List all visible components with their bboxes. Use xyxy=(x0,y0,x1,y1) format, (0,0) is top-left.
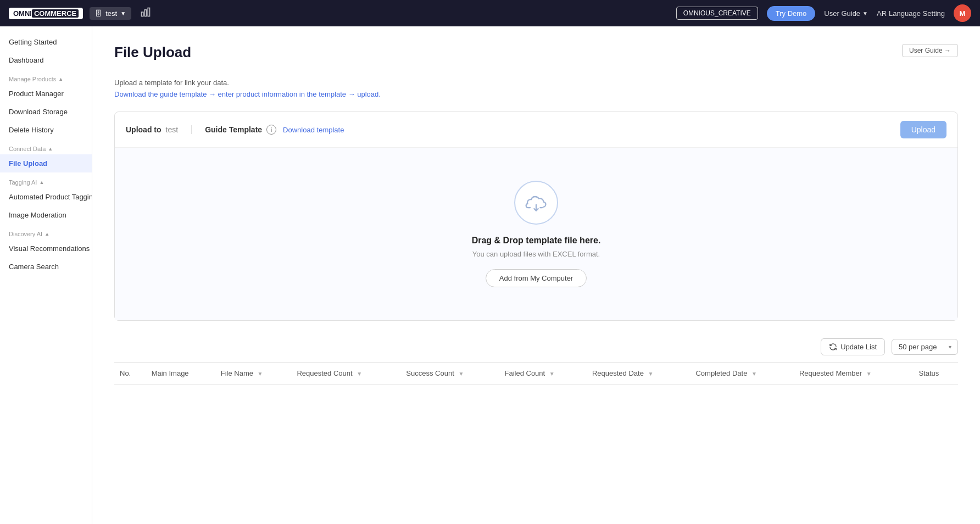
sidebar-label-automated-tagging: Automated Product Tagging xyxy=(9,193,92,201)
col-requested-date-label: Requested Date xyxy=(592,369,644,377)
upload-card: Upload to test Guide Template i Download… xyxy=(114,112,958,321)
language-icon: AR xyxy=(877,9,887,18)
sidebar-category-label-discovery-ai: Discovery AI xyxy=(9,231,42,237)
upload-to-value: test xyxy=(166,125,179,134)
workspace-badge: OMNIOUS_CREATIVE xyxy=(676,7,758,20)
sidebar-item-visual-recommendations[interactable]: Visual Recommendations xyxy=(0,239,92,258)
nav-right: OMNIOUS_CREATIVE Try Demo User Guide ▼ A… xyxy=(676,4,971,22)
sidebar-label-getting-started: Getting Started xyxy=(9,38,57,46)
sidebar-category-label-connect-data: Connect Data xyxy=(9,146,46,152)
language-label: Language Setting xyxy=(889,9,945,18)
col-completed-date[interactable]: Completed Date ▼ xyxy=(690,363,793,384)
col-status: Status xyxy=(913,363,958,384)
col-requested-member-label: Requested Member xyxy=(799,369,862,377)
sort-arrow-completed-date: ▼ xyxy=(751,371,757,377)
sidebar-category-tagging-ai: Tagging AI ▲ xyxy=(0,172,92,188)
sidebar-item-delete-history[interactable]: Delete History xyxy=(0,121,92,139)
col-requested-date[interactable]: Requested Date ▼ xyxy=(587,363,690,384)
main-content: File Upload User Guide → Upload a templa… xyxy=(92,26,980,524)
drop-subtitle: You can upload files with EXCEL format. xyxy=(472,250,600,258)
sidebar-label-camera-search: Camera Search xyxy=(9,263,59,271)
sidebar-category-label-manage-products: Manage Products xyxy=(9,76,56,82)
user-guide-nav-button[interactable]: User Guide ▼ xyxy=(824,9,868,18)
brand-commerce: COMMERCE xyxy=(32,9,79,18)
page-header: File Upload User Guide → xyxy=(114,44,958,74)
chevron-up-icon-manage: ▲ xyxy=(58,76,63,82)
col-main-image: Main Image xyxy=(146,363,215,384)
per-page-select[interactable]: 50 per page 10 per page 25 per page 100 … xyxy=(892,339,958,355)
guide-template-section: Guide Template i Download template xyxy=(205,125,344,135)
col-requested-count[interactable]: Requested Count ▼ xyxy=(291,363,400,384)
upload-button[interactable]: Upload xyxy=(900,121,946,138)
sidebar-item-automated-tagging[interactable]: Automated Product Tagging xyxy=(0,188,92,206)
avatar[interactable]: M xyxy=(954,4,971,22)
svg-rect-1 xyxy=(144,9,146,16)
col-requested-count-label: Requested Count xyxy=(297,369,352,377)
table-head: No. Main Image File Name ▼ Requested Cou… xyxy=(114,363,958,384)
col-file-name-label: File Name xyxy=(221,369,253,377)
col-failed-count-label: Failed Count xyxy=(504,369,545,377)
update-list-label: Update List xyxy=(840,343,877,351)
sidebar-item-image-moderation[interactable]: Image Moderation xyxy=(0,206,92,224)
col-status-label: Status xyxy=(918,369,939,377)
col-success-count-label: Success Count xyxy=(406,369,454,377)
sidebar-label-file-upload: File Upload xyxy=(9,159,47,168)
try-demo-button[interactable]: Try Demo xyxy=(767,6,816,21)
sidebar-label-download-storage: Download Storage xyxy=(9,108,68,116)
refresh-icon xyxy=(829,343,837,351)
col-no: No. xyxy=(114,363,146,384)
table-toolbar: Update List 50 per page 10 per page 25 p… xyxy=(114,338,958,355)
sidebar-item-camera-search[interactable]: Camera Search xyxy=(0,258,92,276)
sort-arrow-requested-count: ▼ xyxy=(357,371,362,377)
brand-logo[interactable]: OMNICOMMERCE xyxy=(9,8,83,19)
col-no-label: No. xyxy=(120,369,131,377)
sidebar-category-connect-data: Connect Data ▲ xyxy=(0,139,92,154)
col-completed-date-label: Completed Date xyxy=(695,369,747,377)
table-header-row: No. Main Image File Name ▼ Requested Cou… xyxy=(114,363,958,384)
add-from-computer-button[interactable]: Add from My Computer xyxy=(486,269,587,287)
svg-rect-2 xyxy=(148,8,149,16)
sidebar-label-product-manager: Product Manager xyxy=(9,90,64,98)
upload-to-section: Upload to test xyxy=(126,125,192,134)
brand-omni: OMNI xyxy=(13,9,32,18)
guide-link[interactable]: Download the guide template → enter prod… xyxy=(114,90,958,98)
drop-zone[interactable]: Drag & Drop template file here. You can … xyxy=(115,148,957,320)
sidebar-item-download-storage[interactable]: Download Storage xyxy=(0,103,92,121)
chevron-up-icon-discovery: ▲ xyxy=(44,231,49,237)
chevron-up-icon-tagging: ▲ xyxy=(39,180,44,185)
cloud-upload-icon xyxy=(514,181,558,225)
drop-title: Drag & Drop template file here. xyxy=(472,236,601,246)
sidebar-label-visual-recommendations: Visual Recommendations xyxy=(9,244,90,253)
update-list-button[interactable]: Update List xyxy=(821,338,885,355)
sort-arrow-file-name: ▼ xyxy=(258,371,263,377)
sidebar-label-dashboard: Dashboard xyxy=(9,56,44,64)
top-nav: OMNICOMMERCE 🗄 test ▼ OMNIOUS_CREATIVE T… xyxy=(0,0,980,26)
download-template-link[interactable]: Download template xyxy=(283,126,344,134)
col-requested-member[interactable]: Requested Member ▼ xyxy=(794,363,913,384)
svg-rect-0 xyxy=(142,12,143,16)
col-success-count[interactable]: Success Count ▼ xyxy=(400,363,499,384)
database-icon: 🗄 xyxy=(95,9,102,18)
col-failed-count[interactable]: Failed Count ▼ xyxy=(499,363,586,384)
user-guide-nav-label: User Guide xyxy=(824,9,860,18)
sidebar-item-dashboard[interactable]: Dashboard xyxy=(0,51,92,69)
user-guide-link-button[interactable]: User Guide → xyxy=(902,44,958,57)
chart-icon[interactable] xyxy=(140,7,151,20)
sort-arrow-requested-date: ▼ xyxy=(648,371,654,377)
sidebar-item-getting-started[interactable]: Getting Started xyxy=(0,33,92,51)
chevron-down-icon: ▼ xyxy=(120,10,126,16)
sort-arrow-success-count: ▼ xyxy=(458,371,464,377)
sidebar: Getting Started Dashboard Manage Product… xyxy=(0,26,92,524)
data-table: No. Main Image File Name ▼ Requested Cou… xyxy=(114,362,958,384)
language-setting-button[interactable]: AR Language Setting xyxy=(877,9,945,18)
sidebar-item-file-upload[interactable]: File Upload xyxy=(0,154,92,172)
col-file-name[interactable]: File Name ▼ xyxy=(215,363,292,384)
sidebar-category-label-tagging-ai: Tagging AI xyxy=(9,179,37,186)
workspace-switcher[interactable]: 🗄 test ▼ xyxy=(90,7,131,20)
sort-arrow-requested-member: ▼ xyxy=(866,371,872,377)
info-icon[interactable]: i xyxy=(266,125,276,135)
sidebar-item-product-manager[interactable]: Product Manager xyxy=(0,85,92,103)
upload-card-header: Upload to test Guide Template i Download… xyxy=(115,112,957,148)
upload-to-label: Upload to xyxy=(126,125,162,134)
sidebar-category-discovery-ai: Discovery AI ▲ xyxy=(0,224,92,239)
